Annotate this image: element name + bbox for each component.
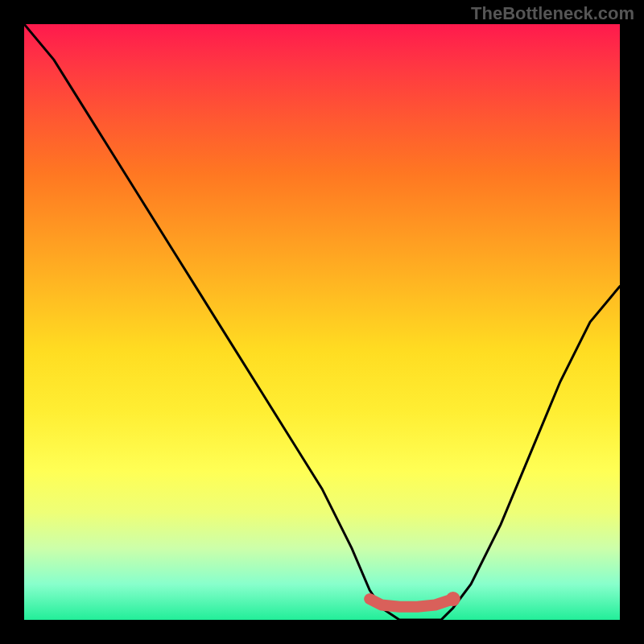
watermark-text: TheBottleneck.com — [471, 3, 634, 24]
svg-point-0 — [446, 592, 460, 606]
chart-plot-area — [24, 24, 620, 620]
optimal-zone-marker — [24, 24, 620, 620]
